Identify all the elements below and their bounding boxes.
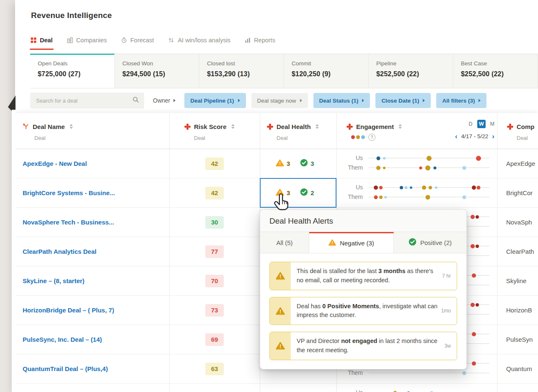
filter-chip-deal-stage-now[interactable]: Deal stage now <box>251 93 308 108</box>
column-label: Deal Health <box>277 123 311 130</box>
engagement-dot <box>471 215 475 219</box>
check-icon <box>409 238 416 247</box>
deal-name-link[interactable]: NovaSphere Tech - Business... <box>23 208 114 237</box>
positive-alerts-count: 3 <box>300 159 314 168</box>
engagement-dot <box>374 186 378 190</box>
engagement-dot <box>472 186 476 190</box>
popup-tab-label: Positive (2) <box>420 239 452 246</box>
column-header-deal-health[interactable]: Deal Health <box>267 122 319 131</box>
summary-card-open-deals[interactable]: Open Deals$725,000 (27) <box>30 54 115 88</box>
help-icon[interactable]: ? <box>368 134 375 141</box>
sort-icon[interactable] <box>70 124 73 129</box>
popup-tab-positive[interactable]: Positive (2) <box>394 232 466 253</box>
deal-name-link[interactable]: BrightCore Systems - Busine... <box>23 178 115 207</box>
alert-text: VP and Director not engaged in last 2 mo… <box>291 332 445 360</box>
search-input[interactable] <box>35 97 132 104</box>
engagement-dot <box>476 303 479 307</box>
engagement-them-label: Them <box>338 164 363 171</box>
engagement-column-icon <box>347 124 353 130</box>
filter-chip-all-filters-3[interactable]: All filters (3) <box>436 93 486 108</box>
alert-text: This deal is stalled for the last 3 mont… <box>291 262 442 290</box>
filter-chip-label: Deal Pipeline (1) <box>190 98 234 104</box>
deal-name-link[interactable]: SkyLine – (8, starter) <box>23 266 85 295</box>
summary-card-value: $120,250 (9) <box>292 70 361 78</box>
filter-chip-close-date-1[interactable]: Close Date (1) <box>375 93 431 108</box>
column-header-company[interactable]: Comp <box>507 122 535 131</box>
deal-name-link[interactable]: QuantumTrail Deal – (Plus,4) <box>23 354 108 383</box>
alert-card: Deal has 0 Positive Moments, investigate… <box>269 297 457 325</box>
risk-score-pill: 30 <box>205 216 224 229</box>
column-label: Engagement <box>356 123 394 130</box>
engagement-timeline <box>369 168 489 168</box>
popup-tab-negative[interactable]: Negative (3) <box>309 232 394 253</box>
nav-tab-ai-win-loss-analysis[interactable]: AI win/loss analysis <box>168 37 230 44</box>
deal-health-cell[interactable]: 33 <box>276 149 314 178</box>
deal-health-cell[interactable] <box>276 384 307 392</box>
deal-health-column-icon <box>267 124 273 130</box>
engagement-dot <box>462 371 466 375</box>
popup-tab-all[interactable]: All (5) <box>260 232 309 253</box>
nav-tab-deal[interactable]: Deal <box>31 37 53 44</box>
column-header-risk-score[interactable]: Risk Score <box>184 122 235 131</box>
next-period-icon[interactable]: › <box>492 133 494 140</box>
summary-card-value: $294,500 (15) <box>122 70 191 78</box>
deal-name-link[interactable]: PulseSync, Inc. Deal – (14) <box>23 325 102 354</box>
ai-winloss-icon <box>168 37 174 43</box>
risk-score-pill: 73 <box>205 304 224 317</box>
sort-icon[interactable] <box>316 124 319 129</box>
summary-card-closed-lost[interactable]: Closed lost$153,290 (13) <box>199 54 284 88</box>
summary-card-closed-won[interactable]: Closed Won$294,500 (15) <box>115 54 199 88</box>
prev-period-icon[interactable]: ‹ <box>455 133 458 140</box>
warning-icon <box>276 159 284 168</box>
deal-name-link[interactable]: ClearPath Analytics Deal <box>23 237 96 266</box>
deal-name-link[interactable]: ApexEdge - New Deal <box>23 149 87 178</box>
engagement-dot <box>462 166 466 170</box>
summary-card-label: Best Case <box>461 60 530 67</box>
positive-alerts-count: 2 <box>300 188 314 198</box>
deal-name-column-icon <box>23 123 29 130</box>
page-curl-decoration <box>12 110 16 392</box>
filter-chip-deal-status-1[interactable]: Deal Status (1) <box>313 93 370 108</box>
engagement-dot <box>384 196 387 199</box>
legend-red-dot <box>351 135 355 139</box>
column-header-deal-name[interactable]: Deal Name <box>23 122 73 131</box>
health-count: 3 <box>287 160 290 167</box>
legend-mustard-dot <box>356 135 360 139</box>
deal-grid-icon <box>31 37 36 43</box>
nav-tab-reports[interactable]: Reports <box>245 37 275 44</box>
sort-icon[interactable] <box>398 124 402 129</box>
summary-card-best-case[interactable]: Best Case$252,500 (22) <box>453 54 538 88</box>
table-row: BrightCore Systems - Busine...4232UsThem… <box>15 178 538 208</box>
company-cell: NovaSph <box>506 208 538 237</box>
summary-card-pipeline[interactable]: Pipeline$252,500 (22) <box>369 54 453 88</box>
alert-timestamp: 7 hr <box>442 273 457 279</box>
engagement-date-range: 4/17 - 5/22 <box>461 133 489 139</box>
chevron-right-icon <box>479 99 481 102</box>
deal-search[interactable] <box>30 93 144 108</box>
engagement-dot <box>472 273 476 278</box>
nav-tab-companies[interactable]: Companies <box>67 37 107 44</box>
engagement-them-label: Them <box>338 369 363 376</box>
toggle-d[interactable]: D <box>466 120 475 128</box>
engagement-date-nav: ‹ 4/17 - 5/22 › <box>455 133 494 140</box>
sort-icon[interactable] <box>231 124 235 129</box>
popup-alert-list: This deal is stalled for the last 3 mont… <box>260 253 466 369</box>
deal-name-link[interactable]: HorizonBridge Deal – ( Plus, 7) <box>23 296 114 325</box>
engagement-dot <box>472 332 476 336</box>
column-header-engagement[interactable]: Engagement <box>347 122 402 131</box>
engagement-them-label: Them <box>338 193 363 200</box>
engagement-dot <box>471 244 475 248</box>
owner-filter[interactable]: Owner <box>150 97 179 104</box>
filter-chip-deal-pipeline-1[interactable]: Deal Pipeline (1) <box>184 93 246 108</box>
nav-tab-forecast[interactable]: Forecast <box>121 37 154 44</box>
deal-health-cell[interactable]: 32 <box>276 178 314 207</box>
engagement-dot <box>422 186 426 190</box>
toggle-m[interactable]: M <box>488 120 497 128</box>
nav-tab-label: Reports <box>254 37 275 44</box>
summary-card-label: Commit <box>292 60 361 67</box>
filter-chip-label: Deal Status (1) <box>319 98 359 104</box>
legend-blue-dot <box>361 135 365 139</box>
toggle-w[interactable]: W <box>477 120 486 128</box>
summary-card-commit[interactable]: Commit$120,250 (9) <box>284 54 369 88</box>
column-label: Deal Name <box>33 123 65 130</box>
